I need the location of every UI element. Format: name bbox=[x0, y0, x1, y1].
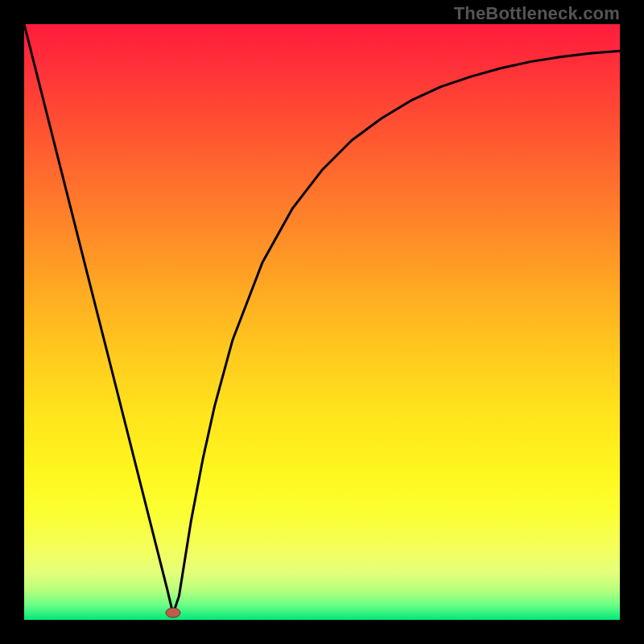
chart-gradient-bg bbox=[24, 24, 620, 620]
watermark-text: TheBottleneck.com bbox=[454, 3, 620, 24]
bottleneck-chart bbox=[24, 24, 620, 620]
chart-frame bbox=[24, 24, 620, 620]
chart-marker bbox=[166, 608, 180, 617]
